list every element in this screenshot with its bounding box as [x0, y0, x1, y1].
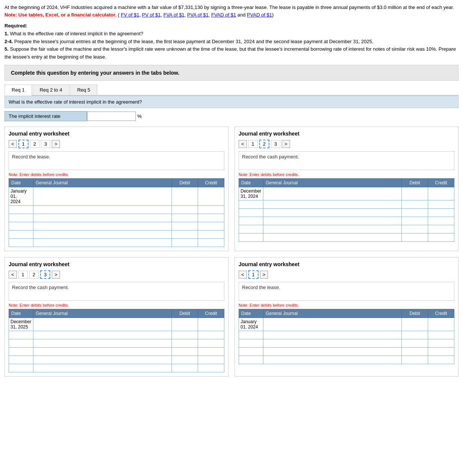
jw3-r4-credit[interactable] — [198, 347, 224, 355]
jw3-r1-gj[interactable] — [33, 318, 172, 331]
link-fv[interactable]: FV of $1 — [121, 12, 139, 18]
jw1-r2-gj[interactable] — [33, 205, 172, 214]
jw1-r3-debit[interactable] — [172, 214, 198, 222]
jw4-r1-gj[interactable] — [263, 318, 402, 331]
jw1-r5-credit[interactable] — [198, 230, 224, 238]
jw1-r6-debit[interactable] — [172, 238, 198, 247]
jw3-r1-gj-input[interactable] — [35, 321, 170, 327]
jw2-r6-credit[interactable] — [428, 233, 454, 241]
jw2-r1-gj[interactable] — [263, 187, 402, 200]
jw1-r6-gj-input[interactable] — [35, 240, 170, 246]
link-pvad[interactable]: PVAD of $1 — [247, 12, 272, 18]
jw2-r1-credit[interactable] — [428, 187, 454, 200]
jw2-page2[interactable]: 2 — [259, 140, 269, 148]
jw2-r5-gj-input[interactable] — [265, 226, 400, 232]
jw2-r3-debit-input[interactable] — [403, 210, 426, 215]
jw1-page1[interactable]: 1 — [18, 140, 29, 148]
jw3-page2[interactable]: 2 — [29, 271, 39, 279]
jw4-r1-debit-input[interactable] — [403, 321, 426, 327]
jw3-r3-credit-input[interactable] — [200, 340, 222, 346]
jw1-r3-gj-input[interactable] — [35, 215, 170, 221]
link-fvad[interactable]: FVAD of $1 — [211, 12, 236, 18]
jw3-r6-debit-input[interactable] — [173, 365, 196, 371]
jw2-r1-credit-input[interactable] — [430, 191, 452, 196]
jw4-r2-debit-input[interactable] — [403, 332, 426, 338]
jw4-r5-gj[interactable] — [263, 355, 402, 364]
jw2-r3-gj[interactable] — [263, 208, 402, 217]
jw1-r5-debit-input[interactable] — [173, 232, 196, 237]
jw3-r1-debit[interactable] — [172, 318, 198, 331]
jw3-r3-credit[interactable] — [198, 339, 224, 347]
jw3-r5-debit-input[interactable] — [173, 357, 196, 363]
jw4-r3-gj[interactable] — [263, 339, 402, 347]
jw2-r1-gj-input[interactable] — [265, 191, 400, 196]
jw1-r4-debit-input[interactable] — [173, 223, 196, 229]
jw3-r4-gj[interactable] — [33, 347, 172, 355]
jw3-r6-credit[interactable] — [198, 364, 224, 372]
jw4-r5-debit[interactable] — [402, 355, 428, 364]
jw1-prev-btn[interactable]: < — [9, 140, 17, 148]
jw4-r2-gj[interactable] — [263, 331, 402, 339]
jw3-r2-credit-input[interactable] — [200, 332, 222, 338]
jw2-r2-gj[interactable] — [263, 200, 402, 208]
jw2-r3-gj-input[interactable] — [265, 210, 400, 215]
jw2-r1-debit-input[interactable] — [403, 191, 426, 196]
jw2-r2-credit[interactable] — [428, 200, 454, 208]
jw2-r5-credit-input[interactable] — [430, 226, 452, 232]
jw4-next-btn[interactable]: > — [260, 271, 268, 279]
jw3-r1-credit-input[interactable] — [200, 321, 222, 327]
jw1-r2-credit-input[interactable] — [200, 207, 222, 212]
jw1-r4-debit[interactable] — [172, 222, 198, 230]
jw4-r2-credit-input[interactable] — [430, 332, 452, 338]
jw4-r1-debit[interactable] — [402, 318, 428, 331]
jw2-r4-credit[interactable] — [428, 217, 454, 225]
jw1-r6-gj[interactable] — [33, 238, 172, 247]
jw4-prev-btn[interactable]: < — [239, 271, 247, 279]
jw2-next-btn[interactable]: > — [282, 140, 290, 148]
jw1-page2[interactable]: 2 — [30, 140, 39, 148]
jw2-r5-debit-input[interactable] — [403, 226, 426, 232]
jw2-r3-debit[interactable] — [402, 208, 428, 217]
link-fva[interactable]: FVA of $1 — [163, 12, 184, 18]
jw3-next-btn[interactable]: > — [52, 271, 60, 279]
jw1-r5-debit[interactable] — [172, 230, 198, 238]
jw1-r4-gj[interactable] — [33, 222, 172, 230]
jw4-page1[interactable]: 1 — [248, 270, 259, 279]
jw2-r6-gj[interactable] — [263, 233, 402, 241]
jw3-r4-gj-input[interactable] — [35, 349, 170, 354]
jw1-r1-debit[interactable] — [172, 187, 198, 205]
jw1-r2-debit-input[interactable] — [173, 207, 196, 212]
jw4-r3-gj-input[interactable] — [265, 340, 400, 346]
jw2-r2-debit[interactable] — [402, 200, 428, 208]
jw1-r1-credit-input[interactable] — [200, 193, 222, 199]
jw3-r5-gj-input[interactable] — [35, 357, 170, 363]
jw4-r5-gj-input[interactable] — [265, 357, 400, 363]
jw4-r4-credit-input[interactable] — [430, 349, 452, 354]
jw2-r3-credit-input[interactable] — [430, 210, 452, 215]
jw3-r6-gj[interactable] — [33, 364, 172, 372]
jw3-r6-credit-input[interactable] — [200, 365, 222, 371]
jw3-r2-debit[interactable] — [172, 331, 198, 339]
jw4-r1-credit[interactable] — [428, 318, 454, 331]
jw3-r2-gj[interactable] — [33, 331, 172, 339]
jw4-r1-credit-input[interactable] — [430, 321, 452, 327]
jw4-r4-debit[interactable] — [402, 347, 428, 355]
jw1-r4-gj-input[interactable] — [35, 223, 170, 229]
jw3-r4-debit-input[interactable] — [173, 349, 196, 354]
jw1-r1-gj-input[interactable] — [35, 193, 170, 199]
jw3-page3[interactable]: 3 — [40, 270, 50, 279]
jw1-r1-gj[interactable] — [33, 187, 172, 205]
jw1-r5-gj[interactable] — [33, 230, 172, 238]
jw3-r5-debit[interactable] — [172, 355, 198, 364]
jw1-r2-debit[interactable] — [172, 205, 198, 214]
jw2-r2-gj-input[interactable] — [265, 202, 400, 207]
jw2-page3[interactable]: 3 — [271, 140, 280, 148]
jw2-r4-credit-input[interactable] — [430, 218, 452, 224]
jw1-r6-credit-input[interactable] — [200, 240, 222, 246]
jw1-r6-debit-input[interactable] — [173, 240, 196, 246]
jw3-r3-debit-input[interactable] — [173, 340, 196, 346]
jw2-r5-debit[interactable] — [402, 225, 428, 233]
jw3-r3-gj-input[interactable] — [35, 340, 170, 346]
jw4-r5-credit-input[interactable] — [430, 357, 452, 363]
jw4-r4-gj-input[interactable] — [265, 349, 400, 354]
